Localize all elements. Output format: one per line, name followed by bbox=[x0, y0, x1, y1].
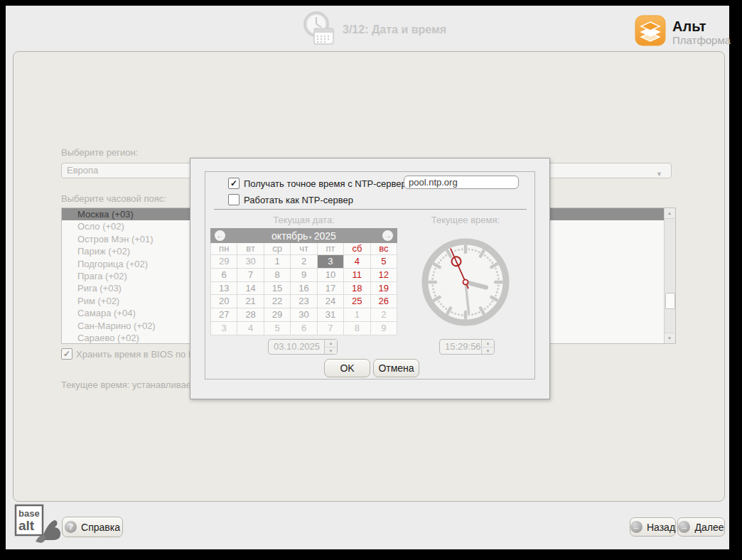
calendar-next-month-icon[interactable]: → bbox=[382, 230, 393, 241]
calendar-day[interactable]: 22 bbox=[264, 295, 291, 308]
region-select-value: Европа bbox=[67, 165, 98, 176]
ntp-client-label: Получать точное время с NTP-сервера: bbox=[244, 178, 414, 189]
calendar-day[interactable]: 27 bbox=[211, 308, 237, 322]
calendar-weekday-header: вт bbox=[237, 243, 264, 255]
calendar-day[interactable]: 9 bbox=[371, 322, 397, 335]
time-spinner[interactable]: ▲▼ bbox=[481, 340, 494, 354]
calendar-day[interactable]: 7 bbox=[237, 269, 264, 282]
help-button-label: Справка bbox=[81, 522, 120, 533]
back-button[interactable]: ← Назад bbox=[630, 517, 676, 537]
cancel-button[interactable]: Отмена bbox=[373, 359, 419, 377]
calendar-day[interactable]: 8 bbox=[264, 269, 291, 282]
calendar-day[interactable]: 5 bbox=[371, 255, 397, 269]
calendar-month[interactable]: октябрь bbox=[271, 230, 308, 242]
calendar-year[interactable]: 2025 bbox=[314, 230, 336, 242]
calendar-day[interactable]: 4 bbox=[344, 255, 370, 269]
datetime-step-icon bbox=[301, 9, 338, 48]
calendar-prev-month-icon[interactable]: ← bbox=[215, 230, 225, 241]
calendar-nav: ← октябрь▾2025 → bbox=[210, 228, 397, 243]
calendar-day[interactable]: 23 bbox=[291, 295, 317, 308]
dialog-separator bbox=[214, 209, 527, 210]
alt-logo-icon bbox=[635, 15, 666, 46]
installer-window: 3/12: Дата и время Альт Платформа Выбери… bbox=[6, 6, 729, 549]
calendar-day[interactable]: 24 bbox=[318, 295, 344, 308]
calendar-day[interactable]: 9 bbox=[291, 269, 317, 282]
calendar-weekday-header: пн bbox=[211, 243, 237, 255]
time-spinbox[interactable]: 15:29:56 ▲▼ bbox=[439, 339, 495, 355]
calendar-day[interactable]: 18 bbox=[344, 282, 370, 296]
calendar-day[interactable]: 19 bbox=[371, 282, 397, 296]
calendar-day[interactable]: 8 bbox=[344, 322, 370, 335]
calendar-day[interactable]: 30 bbox=[291, 308, 317, 322]
calendar-day[interactable]: 2 bbox=[291, 255, 317, 269]
calendar-day[interactable]: 12 bbox=[371, 269, 397, 282]
date-spinner[interactable]: ▲▼ bbox=[324, 340, 337, 354]
calendar-day[interactable]: 2 bbox=[371, 308, 397, 322]
page-title: 3/12: Дата и время bbox=[343, 23, 446, 36]
calendar-day[interactable]: 6 bbox=[211, 269, 237, 282]
calendar-day[interactable]: 28 bbox=[237, 308, 264, 322]
calendar-day[interactable]: 6 bbox=[291, 322, 317, 335]
calendar-day[interactable]: 4 bbox=[237, 322, 264, 335]
region-label: Выберите регион: bbox=[61, 147, 138, 158]
spin-down-icon[interactable]: ▼ bbox=[482, 348, 494, 355]
calendar-day[interactable]: 10 bbox=[318, 269, 344, 282]
calendar-day-selected[interactable]: 3 bbox=[318, 255, 344, 269]
ntp-client-checkbox[interactable]: ✓ bbox=[228, 178, 240, 189]
brand-subtitle: Платформа bbox=[672, 34, 731, 46]
spin-up-icon[interactable]: ▲ bbox=[482, 340, 494, 348]
calendar-day[interactable]: 26 bbox=[371, 295, 397, 308]
current-time-label: Текущее время: bbox=[420, 215, 511, 225]
arrow-right-icon: → bbox=[678, 521, 690, 533]
help-button[interactable]: ? Справка bbox=[62, 517, 123, 537]
next-button[interactable]: → Далее bbox=[677, 517, 725, 537]
timezone-scrollbar[interactable]: ▲ ▼ bbox=[664, 208, 675, 343]
datetime-dialog: ✓ Получать точное время с NTP-сервера: Р… bbox=[190, 158, 550, 399]
calendar-day[interactable]: 30 bbox=[237, 255, 264, 269]
bios-time-checkbox[interactable]: ✓ bbox=[61, 348, 72, 360]
basealt-logo: base alt bbox=[14, 503, 61, 546]
calendar-day[interactable]: 31 bbox=[318, 308, 344, 322]
analog-clock bbox=[420, 237, 511, 328]
calendar-day[interactable]: 16 bbox=[291, 282, 317, 296]
current-date-label: Текущая дата: bbox=[210, 215, 397, 225]
calendar-day[interactable]: 21 bbox=[237, 295, 264, 308]
calendar-day[interactable]: 3 bbox=[211, 322, 237, 335]
calendar-month-year[interactable]: октябрь▾2025 bbox=[225, 230, 382, 242]
spin-up-icon[interactable]: ▲ bbox=[325, 340, 337, 348]
calendar-day[interactable]: 29 bbox=[211, 255, 237, 269]
current-time-note: Текущее время: устанавливает bbox=[61, 379, 195, 390]
calendar-day[interactable]: 20 bbox=[211, 295, 237, 308]
date-spinbox[interactable]: 03.10.2025 ▲▼ bbox=[268, 339, 338, 355]
calendar-weekday-header: пт bbox=[318, 243, 344, 255]
calendar-day[interactable]: 13 bbox=[211, 282, 237, 296]
calendar-grid: пнвтсрчтптсбвс29301234567891011121314151… bbox=[210, 243, 397, 335]
calendar-day[interactable]: 7 bbox=[318, 322, 344, 335]
calendar-day[interactable]: 1 bbox=[344, 308, 370, 322]
next-button-label: Далее bbox=[694, 522, 724, 533]
calendar-day[interactable]: 14 bbox=[237, 282, 264, 296]
brand-title: Альт bbox=[672, 18, 706, 35]
ok-button[interactable]: OK bbox=[324, 359, 370, 377]
scroll-up-icon[interactable]: ▲ bbox=[665, 208, 674, 219]
question-icon: ? bbox=[65, 521, 77, 533]
calendar-day[interactable]: 1 bbox=[264, 255, 291, 269]
calendar-day[interactable]: 15 bbox=[264, 282, 291, 296]
scroll-down-icon[interactable]: ▼ bbox=[665, 333, 674, 343]
calendar-day[interactable]: 5 bbox=[264, 322, 291, 335]
calendar-day[interactable]: 25 bbox=[344, 295, 370, 308]
ntp-server-input[interactable] bbox=[404, 176, 519, 189]
calendar-day[interactable]: 29 bbox=[264, 308, 291, 322]
svg-text:base: base bbox=[18, 508, 40, 519]
back-button-label: Назад bbox=[647, 522, 675, 533]
scrollbar-thumb[interactable] bbox=[665, 293, 675, 309]
calendar: ← октябрь▾2025 → пнвтсрчтптсбвс293012345… bbox=[210, 228, 397, 335]
spin-down-icon[interactable]: ▼ bbox=[325, 348, 337, 355]
timezone-label: Выберите часовой пояс: bbox=[61, 193, 166, 204]
bios-time-label: Хранить время в BIOS по Гр bbox=[76, 349, 198, 360]
ntp-server-checkbox[interactable] bbox=[228, 194, 240, 205]
screen: 3/12: Дата и время Альт Платформа Выбери… bbox=[0, 0, 742, 560]
date-spinbox-value: 03.10.2025 bbox=[269, 340, 324, 354]
calendar-day[interactable]: 17 bbox=[318, 282, 344, 296]
calendar-day[interactable]: 11 bbox=[344, 269, 370, 282]
